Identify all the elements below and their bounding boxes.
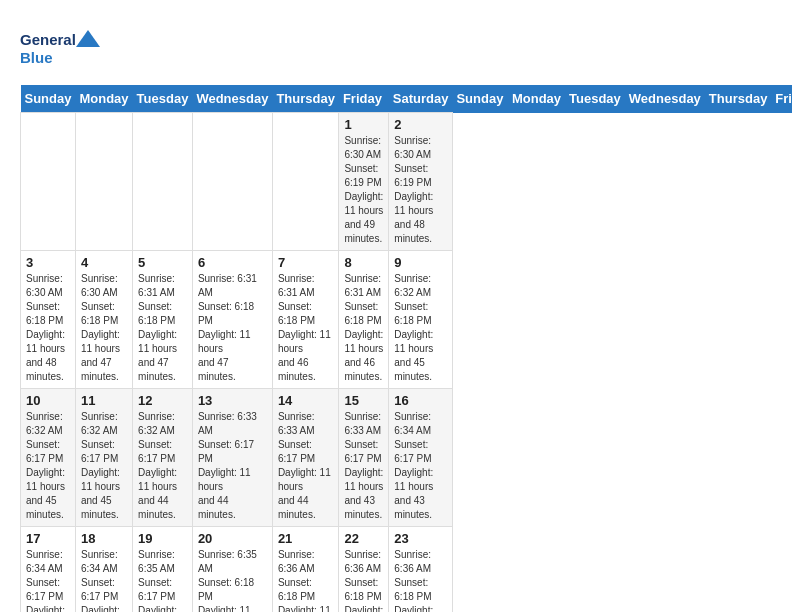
day-number: 9 (394, 255, 447, 270)
day-number: 5 (138, 255, 187, 270)
calendar-cell (75, 113, 132, 251)
calendar-cell: 16Sunrise: 6:34 AM Sunset: 6:17 PM Dayli… (389, 389, 453, 527)
header-friday: Friday (771, 85, 792, 113)
calendar-cell (272, 113, 339, 251)
day-info: Sunrise: 6:31 AM Sunset: 6:18 PM Dayligh… (278, 272, 334, 384)
calendar-cell (21, 113, 76, 251)
calendar-cell: 13Sunrise: 6:33 AM Sunset: 6:17 PM Dayli… (192, 389, 272, 527)
calendar-cell: 1Sunrise: 6:30 AM Sunset: 6:19 PM Daylig… (339, 113, 389, 251)
header-tuesday: Tuesday (565, 85, 625, 113)
calendar-cell (133, 113, 193, 251)
day-number: 16 (394, 393, 447, 408)
day-info: Sunrise: 6:32 AM Sunset: 6:17 PM Dayligh… (26, 410, 70, 522)
day-info: Sunrise: 6:30 AM Sunset: 6:19 PM Dayligh… (394, 134, 447, 246)
svg-text:Blue: Blue (20, 49, 53, 66)
day-number: 19 (138, 531, 187, 546)
calendar-week-1: 1Sunrise: 6:30 AM Sunset: 6:19 PM Daylig… (21, 113, 793, 251)
calendar-cell: 3Sunrise: 6:30 AM Sunset: 6:18 PM Daylig… (21, 251, 76, 389)
day-number: 18 (81, 531, 127, 546)
logo: General Blue (20, 25, 100, 75)
calendar-cell: 21Sunrise: 6:36 AM Sunset: 6:18 PM Dayli… (272, 527, 339, 613)
calendar-cell: 4Sunrise: 6:30 AM Sunset: 6:18 PM Daylig… (75, 251, 132, 389)
header-friday: Friday (339, 85, 389, 113)
calendar-cell: 23Sunrise: 6:36 AM Sunset: 6:18 PM Dayli… (389, 527, 453, 613)
day-number: 10 (26, 393, 70, 408)
calendar-cell: 15Sunrise: 6:33 AM Sunset: 6:17 PM Dayli… (339, 389, 389, 527)
day-number: 22 (344, 531, 383, 546)
day-info: Sunrise: 6:32 AM Sunset: 6:17 PM Dayligh… (138, 410, 187, 522)
calendar-cell: 7Sunrise: 6:31 AM Sunset: 6:18 PM Daylig… (272, 251, 339, 389)
calendar-cell: 9Sunrise: 6:32 AM Sunset: 6:18 PM Daylig… (389, 251, 453, 389)
svg-text:General: General (20, 31, 76, 48)
header-wednesday: Wednesday (192, 85, 272, 113)
day-info: Sunrise: 6:33 AM Sunset: 6:17 PM Dayligh… (278, 410, 334, 522)
day-info: Sunrise: 6:36 AM Sunset: 6:18 PM Dayligh… (278, 548, 334, 612)
day-number: 2 (394, 117, 447, 132)
day-number: 14 (278, 393, 334, 408)
calendar-cell: 14Sunrise: 6:33 AM Sunset: 6:17 PM Dayli… (272, 389, 339, 527)
day-info: Sunrise: 6:31 AM Sunset: 6:18 PM Dayligh… (344, 272, 383, 384)
day-info: Sunrise: 6:30 AM Sunset: 6:19 PM Dayligh… (344, 134, 383, 246)
day-info: Sunrise: 6:32 AM Sunset: 6:18 PM Dayligh… (394, 272, 447, 384)
day-number: 20 (198, 531, 267, 546)
day-info: Sunrise: 6:31 AM Sunset: 6:18 PM Dayligh… (198, 272, 267, 384)
day-number: 1 (344, 117, 383, 132)
day-number: 23 (394, 531, 447, 546)
day-number: 15 (344, 393, 383, 408)
day-info: Sunrise: 6:32 AM Sunset: 6:17 PM Dayligh… (81, 410, 127, 522)
day-number: 7 (278, 255, 334, 270)
calendar-header-row: SundayMondayTuesdayWednesdayThursdayFrid… (21, 85, 793, 113)
day-info: Sunrise: 6:31 AM Sunset: 6:18 PM Dayligh… (138, 272, 187, 384)
calendar-cell: 17Sunrise: 6:34 AM Sunset: 6:17 PM Dayli… (21, 527, 76, 613)
calendar-cell: 5Sunrise: 6:31 AM Sunset: 6:18 PM Daylig… (133, 251, 193, 389)
day-number: 3 (26, 255, 70, 270)
day-number: 6 (198, 255, 267, 270)
header-saturday: Saturday (389, 85, 453, 113)
day-info: Sunrise: 6:34 AM Sunset: 6:17 PM Dayligh… (394, 410, 447, 522)
calendar-week-3: 10Sunrise: 6:32 AM Sunset: 6:17 PM Dayli… (21, 389, 793, 527)
header-tuesday: Tuesday (133, 85, 193, 113)
calendar-table: SundayMondayTuesdayWednesdayThursdayFrid… (20, 85, 792, 612)
day-info: Sunrise: 6:33 AM Sunset: 6:17 PM Dayligh… (198, 410, 267, 522)
day-info: Sunrise: 6:30 AM Sunset: 6:18 PM Dayligh… (26, 272, 70, 384)
calendar-cell: 11Sunrise: 6:32 AM Sunset: 6:17 PM Dayli… (75, 389, 132, 527)
calendar-week-2: 3Sunrise: 6:30 AM Sunset: 6:18 PM Daylig… (21, 251, 793, 389)
header-sunday: Sunday (452, 85, 507, 113)
day-number: 21 (278, 531, 334, 546)
day-info: Sunrise: 6:36 AM Sunset: 6:18 PM Dayligh… (344, 548, 383, 612)
day-number: 13 (198, 393, 267, 408)
day-number: 17 (26, 531, 70, 546)
header-monday: Monday (75, 85, 132, 113)
header-sunday: Sunday (21, 85, 76, 113)
calendar-cell: 10Sunrise: 6:32 AM Sunset: 6:17 PM Dayli… (21, 389, 76, 527)
calendar-cell: 18Sunrise: 6:34 AM Sunset: 6:17 PM Dayli… (75, 527, 132, 613)
calendar-cell: 2Sunrise: 6:30 AM Sunset: 6:19 PM Daylig… (389, 113, 453, 251)
day-info: Sunrise: 6:34 AM Sunset: 6:17 PM Dayligh… (81, 548, 127, 612)
calendar-cell: 19Sunrise: 6:35 AM Sunset: 6:17 PM Dayli… (133, 527, 193, 613)
logo-svg: General Blue (20, 25, 100, 75)
day-number: 11 (81, 393, 127, 408)
calendar-week-4: 17Sunrise: 6:34 AM Sunset: 6:17 PM Dayli… (21, 527, 793, 613)
svg-marker-2 (76, 30, 100, 47)
header-thursday: Thursday (705, 85, 772, 113)
calendar-cell: 6Sunrise: 6:31 AM Sunset: 6:18 PM Daylig… (192, 251, 272, 389)
header-monday: Monday (508, 85, 565, 113)
day-info: Sunrise: 6:35 AM Sunset: 6:18 PM Dayligh… (198, 548, 267, 612)
calendar-cell: 8Sunrise: 6:31 AM Sunset: 6:18 PM Daylig… (339, 251, 389, 389)
day-number: 4 (81, 255, 127, 270)
day-info: Sunrise: 6:34 AM Sunset: 6:17 PM Dayligh… (26, 548, 70, 612)
calendar-cell: 12Sunrise: 6:32 AM Sunset: 6:17 PM Dayli… (133, 389, 193, 527)
header-thursday: Thursday (272, 85, 339, 113)
page-header: General Blue (20, 20, 772, 75)
day-info: Sunrise: 6:35 AM Sunset: 6:17 PM Dayligh… (138, 548, 187, 612)
day-number: 8 (344, 255, 383, 270)
day-info: Sunrise: 6:36 AM Sunset: 6:18 PM Dayligh… (394, 548, 447, 612)
day-number: 12 (138, 393, 187, 408)
calendar-cell: 22Sunrise: 6:36 AM Sunset: 6:18 PM Dayli… (339, 527, 389, 613)
header-wednesday: Wednesday (625, 85, 705, 113)
calendar-cell: 20Sunrise: 6:35 AM Sunset: 6:18 PM Dayli… (192, 527, 272, 613)
day-info: Sunrise: 6:33 AM Sunset: 6:17 PM Dayligh… (344, 410, 383, 522)
day-info: Sunrise: 6:30 AM Sunset: 6:18 PM Dayligh… (81, 272, 127, 384)
calendar-cell (192, 113, 272, 251)
